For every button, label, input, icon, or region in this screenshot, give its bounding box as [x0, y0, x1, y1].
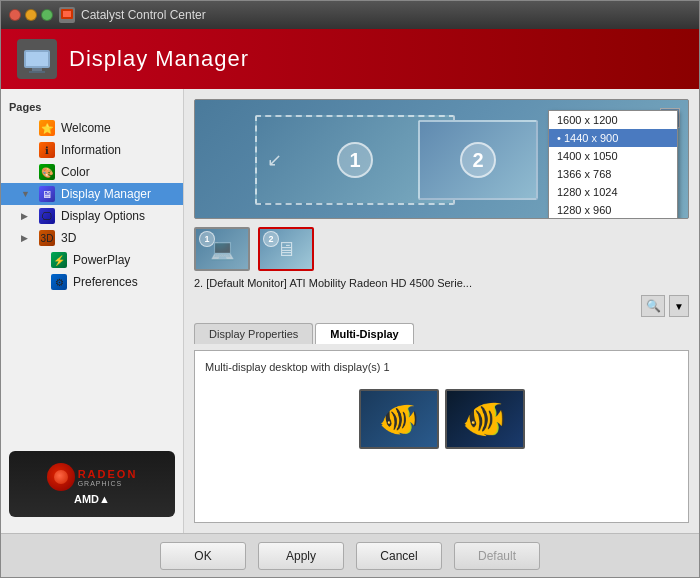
sidebar-item-3d[interactable]: ▶ 3D 3D	[1, 227, 183, 249]
prefs-icon: ⚙	[51, 274, 67, 290]
fish-2-icon: 🐠	[462, 398, 507, 440]
res-option-1600[interactable]: 1600 x 1200	[549, 111, 677, 129]
radeon-brand: RADEON	[78, 468, 138, 480]
amd-logo: AMD▲	[74, 493, 110, 505]
resolution-preview: 1 ↙ ↘ 2 ▼ 1600 x 1200 • 1440 x 900 1400 …	[194, 99, 689, 219]
header-icon	[17, 39, 57, 79]
sidebar-label-powerplay: PowerPlay	[73, 253, 130, 267]
sidebar-label-preferences: Preferences	[73, 275, 138, 289]
sidebar-label-display-options: Display Options	[61, 209, 145, 223]
sidebar-inner: Pages ⭐ Welcome ℹ Information	[1, 97, 183, 525]
radeon-sub: GRAPHICS	[78, 480, 138, 487]
resolution-dropdown[interactable]: 1600 x 1200 • 1440 x 900 1400 x 1050 136…	[548, 110, 678, 219]
cancel-button[interactable]: Cancel	[356, 542, 442, 570]
svg-rect-5	[29, 71, 45, 73]
search-button[interactable]: 🔍	[641, 295, 665, 317]
multi-display-text: Multi-display desktop with display(s) 1	[205, 361, 678, 373]
ok-button[interactable]: OK	[160, 542, 246, 570]
sidebar-section: Pages	[1, 97, 183, 117]
apply-button[interactable]: Apply	[258, 542, 344, 570]
monitor-thumb-1[interactable]: 1 💻	[194, 227, 250, 271]
powerplay-icon: ⚡	[51, 252, 67, 268]
fish-1-icon: 🐠	[379, 400, 419, 438]
default-button[interactable]: Default	[454, 542, 540, 570]
monitor-description: 2. [Default Monitor] ATI Mobility Radeon…	[194, 277, 689, 289]
sidebar-tree: Pages ⭐ Welcome ℹ Information	[1, 97, 183, 451]
res-option-1280x1024[interactable]: 1280 x 1024	[549, 183, 677, 201]
app-header: Display Manager	[1, 29, 699, 89]
monitor-2-number: 2	[460, 142, 496, 178]
sidebar-item-display-manager[interactable]: ▼ 🖥 Display Manager	[1, 183, 183, 205]
tab-content-multi-display: Multi-display desktop with display(s) 1 …	[194, 350, 689, 523]
sidebar-item-preferences[interactable]: ⚙ Preferences	[1, 271, 183, 293]
titlebar: Catalyst Control Center	[1, 1, 699, 29]
res-option-1280x960[interactable]: 1280 x 960	[549, 201, 677, 219]
close-button[interactable]	[9, 9, 21, 21]
sidebar-item-color[interactable]: 🎨 Color	[1, 161, 183, 183]
sidebar-item-welcome[interactable]: ⭐ Welcome	[1, 117, 183, 139]
display-thumbnail-1: 🐠	[359, 389, 439, 449]
display-thumbnail-2: 🐠	[445, 389, 525, 449]
expand-icon-display: ▼	[21, 189, 33, 199]
window-controls	[9, 9, 53, 21]
sidebar-label-info: Information	[61, 143, 121, 157]
expand-icon-display-opt: ▶	[21, 211, 33, 221]
monitor-thumbnail-row: 1 💻 2 🖥	[194, 227, 689, 271]
search-dropdown-button[interactable]: ▼	[669, 295, 689, 317]
monitor-2-preview: 2	[418, 120, 538, 200]
sidebar-label-3d: 3D	[61, 231, 76, 245]
svg-rect-1	[63, 11, 71, 17]
tab-bar: Display Properties Multi-Display	[194, 323, 689, 344]
radeon-logo: RADEON GRAPHICS AMD▲	[9, 451, 175, 517]
header-title: Display Manager	[69, 46, 249, 72]
welcome-icon: ⭐	[39, 120, 55, 136]
tab-display-properties[interactable]: Display Properties	[194, 323, 313, 344]
color-icon: 🎨	[39, 164, 55, 180]
main-window: Catalyst Control Center Display Manager …	[0, 0, 700, 578]
res-option-1400[interactable]: 1400 x 1050	[549, 147, 677, 165]
display-icon: 🖥	[39, 186, 55, 202]
sidebar-item-powerplay[interactable]: ⚡ PowerPlay	[1, 249, 183, 271]
svg-rect-4	[32, 68, 42, 71]
sidebar-label-welcome: Welcome	[61, 121, 111, 135]
sidebar-label-color: Color	[61, 165, 90, 179]
app-icon	[59, 7, 75, 23]
monitor-icon: 🖥	[276, 238, 296, 261]
search-row: 🔍 ▼	[194, 295, 689, 317]
res-option-1440[interactable]: • 1440 x 900	[549, 129, 677, 147]
monitor-thumb-2-number: 2	[263, 231, 279, 247]
sidebar-label-display-manager: Display Manager	[61, 187, 151, 201]
expand-icon-3d: ▶	[21, 233, 33, 243]
sidebar-item-information[interactable]: ℹ Information	[1, 139, 183, 161]
display-opt-icon: 🖵	[39, 208, 55, 224]
maximize-button[interactable]	[41, 9, 53, 21]
content-area: 1 ↙ ↘ 2 ▼ 1600 x 1200 • 1440 x 900 1400 …	[184, 89, 699, 533]
sidebar: Pages ⭐ Welcome ℹ Information	[1, 89, 184, 533]
main-area: Pages ⭐ Welcome ℹ Information	[1, 89, 699, 533]
res-option-1366[interactable]: 1366 x 768	[549, 165, 677, 183]
bottom-bar: OK Apply Cancel Default	[1, 533, 699, 577]
monitor-1-number: 1	[337, 142, 373, 178]
3d-icon: 3D	[39, 230, 55, 246]
monitor-thumb-2[interactable]: 2 🖥	[258, 227, 314, 271]
window-title: Catalyst Control Center	[81, 8, 691, 22]
sidebar-item-display-options[interactable]: ▶ 🖵 Display Options	[1, 205, 183, 227]
minimize-button[interactable]	[25, 9, 37, 21]
arrow-left-icon: ↙	[267, 149, 282, 171]
svg-rect-3	[26, 52, 48, 66]
tab-multi-display[interactable]: Multi-Display	[315, 323, 413, 344]
res-selected-dot: •	[557, 132, 564, 144]
monitor-thumb-1-number: 1	[199, 231, 215, 247]
fish-images-row: 🐠 🐠	[205, 389, 678, 449]
info-icon: ℹ	[39, 142, 55, 158]
